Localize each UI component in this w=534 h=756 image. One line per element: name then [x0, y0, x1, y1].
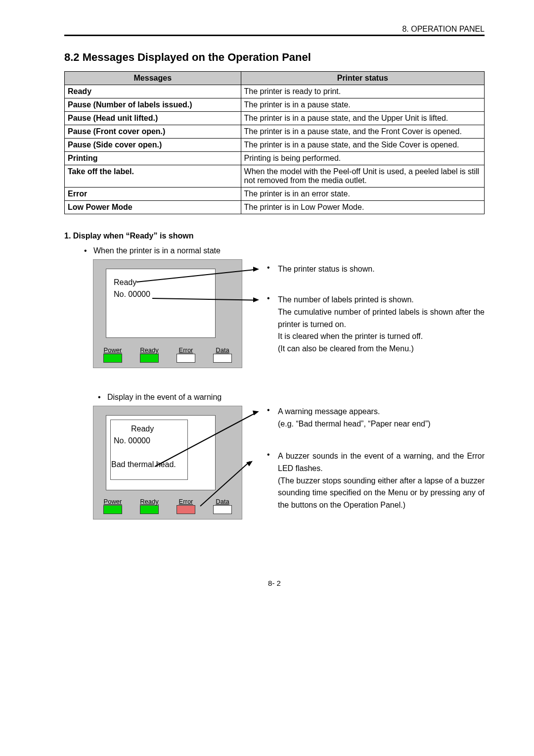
led-label-ready: Ready: [140, 346, 159, 354]
msg-cell: Printing: [65, 152, 241, 165]
led-label-power: Power: [103, 498, 122, 505]
lcd-panel-normal: Ready No. 00000 Power Ready Error Data: [93, 259, 242, 368]
status-cell: Printing is being performed.: [241, 152, 484, 165]
page-number: 8- 2: [64, 579, 485, 587]
status-cell: The printer is in Low Power Mode.: [241, 201, 484, 214]
led-label-data: Data: [213, 346, 232, 354]
msg-cell: Error: [65, 188, 241, 201]
col-header-messages: Messages: [65, 72, 241, 85]
ready-led-icon: [140, 354, 159, 363]
led-label-data: Data: [213, 498, 232, 505]
table-row: Take off the label.When the model with t…: [65, 165, 485, 188]
bullet-dot-icon: •: [267, 294, 271, 355]
bullet-dot-icon: •: [267, 263, 271, 276]
table-row: Low Power ModeThe printer is in Low Powe…: [65, 201, 485, 214]
status-cell: The printer is in a pause state.: [241, 98, 484, 112]
msg-cell: Pause (Front cover open.): [65, 125, 241, 139]
msg-cell: Ready: [65, 85, 241, 98]
lcd-panel-warning: Ready No. 00000 Bad thermal head. Power …: [93, 406, 242, 520]
explain-text: A warning message appears. (e.g. “Bad th…: [278, 406, 485, 430]
section-title: 8.2 Messages Displayed on the Operation …: [64, 51, 485, 64]
arrow-head-icon: [246, 459, 254, 466]
table-row: ReadyThe printer is ready to print.: [65, 85, 485, 98]
subsection-heading: 1. Display when “Ready” is shown: [64, 232, 485, 240]
table-row: Pause (Number of labels issued.)The prin…: [65, 98, 485, 112]
messages-table: Messages Printer status ReadyThe printer…: [64, 71, 485, 214]
col-header-status: Printer status: [241, 72, 484, 85]
lcd-line-warning: Bad thermal head.: [111, 460, 176, 469]
status-cell: The printer is in a pause state, and the…: [241, 125, 484, 139]
explain-text: The printer status is shown.: [278, 263, 485, 276]
status-cell: When the model with the Peel-off Unit is…: [241, 165, 484, 188]
error-led-icon: [177, 505, 195, 514]
msg-cell: Pause (Head unit lifted.): [65, 112, 241, 125]
lcd-line-count: No. 00000: [114, 290, 150, 299]
led-label-error: Error: [177, 346, 195, 354]
lcd-screen: Ready No. 00000 Bad thermal head.: [106, 415, 216, 490]
table-row: Pause (Side cover open.)The printer is i…: [65, 139, 485, 152]
msg-cell: Low Power Mode: [65, 201, 241, 214]
bullet-warning: • Display in the event of a warning: [64, 393, 485, 402]
bullet-dot-icon: •: [267, 450, 271, 512]
power-led-icon: [103, 505, 122, 514]
data-led-icon: [213, 505, 232, 514]
arrow-head-icon: [253, 297, 259, 302]
table-row: Pause (Front cover open.)The printer is …: [65, 125, 485, 139]
arrow-head-icon: [253, 267, 259, 272]
bullet-normal-state: • When the printer is in a normal state: [64, 246, 485, 255]
ready-led-icon: [140, 505, 159, 514]
led-label-ready: Ready: [140, 498, 159, 505]
status-cell: The printer is ready to print.: [241, 85, 484, 98]
table-row: Pause (Head unit lifted.)The printer is …: [65, 112, 485, 125]
table-row: PrintingPrinting is being performed.: [65, 152, 485, 165]
led-label-error: Error: [177, 498, 195, 505]
msg-cell: Pause (Number of labels issued.): [65, 98, 241, 112]
data-led-icon: [213, 354, 232, 363]
bullet-dot-icon: •: [267, 406, 271, 430]
error-led-icon: [177, 354, 195, 363]
table-row: ErrorThe printer is in an error state.: [65, 188, 485, 201]
power-led-icon: [103, 354, 122, 363]
led-label-power: Power: [103, 346, 122, 354]
status-cell: The printer is in an error state.: [241, 188, 484, 201]
explain-text: A buzzer sounds in the event of a warnin…: [278, 450, 485, 512]
msg-cell: Take off the label.: [65, 165, 241, 188]
lcd-line-count: No. 00000: [114, 436, 150, 445]
status-cell: The printer is in a pause state, and the…: [241, 112, 484, 125]
page-header: 8. OPERATION PANEL: [64, 25, 485, 36]
arrow-head-icon: [253, 409, 260, 416]
msg-cell: Pause (Side cover open.): [65, 139, 241, 152]
explain-text: The number of labels printed is shown. T…: [278, 294, 485, 355]
status-cell: The printer is in a pause state, and the…: [241, 139, 484, 152]
lcd-line-ready: Ready: [131, 425, 154, 433]
lcd-line-ready: Ready: [114, 278, 136, 287]
